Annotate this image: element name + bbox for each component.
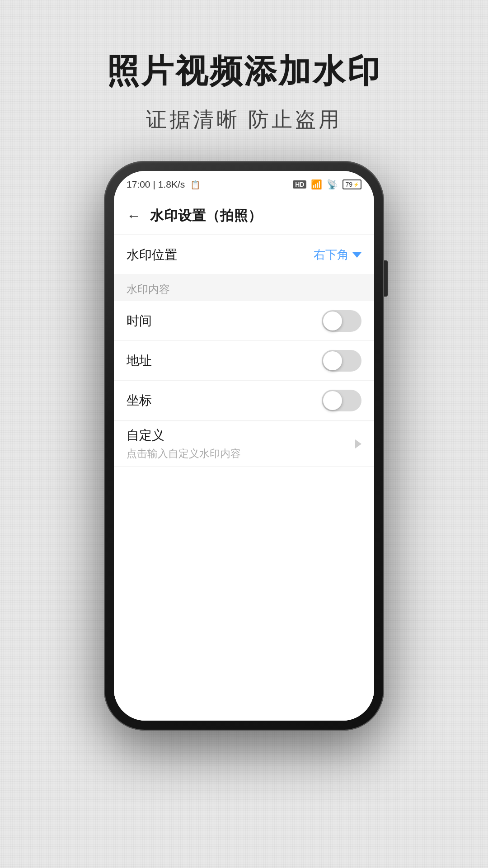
hero-subtitle: 证据清晰 防止盗用: [146, 106, 343, 134]
coordinates-label: 坐标: [127, 392, 322, 409]
address-toggle[interactable]: [322, 350, 361, 372]
watermark-position-row[interactable]: 水印位置 右下角: [114, 235, 374, 275]
chevron-down-icon: [352, 252, 361, 258]
custom-title: 自定义: [127, 427, 361, 444]
time-toggle[interactable]: [322, 310, 361, 332]
nav-bar: ← 水印设置（拍照）: [114, 198, 374, 234]
phone-screen: 17:00 | 1.8K/s 📋 HD 📶 📡 79 ⚡ ← 水印设置（拍照）: [114, 171, 374, 721]
position-label: 水印位置: [127, 246, 314, 264]
section-header-watermark-content: 水印内容: [114, 275, 374, 301]
hero-title: 照片视频添加水印: [107, 50, 381, 93]
wifi-icon: 📡: [327, 179, 338, 190]
status-time: 17:00 | 1.8K/s 📋: [127, 179, 200, 190]
address-toggle-row[interactable]: 地址: [114, 341, 374, 381]
coordinates-toggle[interactable]: [322, 390, 361, 411]
time-toggle-row[interactable]: 时间: [114, 301, 374, 341]
empty-space: [114, 467, 374, 721]
back-button[interactable]: ←: [127, 208, 141, 224]
time-label: 时间: [127, 312, 322, 330]
status-icons: HD 📶 📡 79 ⚡: [293, 179, 361, 190]
address-label: 地址: [127, 352, 322, 369]
battery-icon: 79 ⚡: [343, 179, 361, 189]
position-value: 右下角: [314, 247, 349, 263]
custom-watermark-row[interactable]: 自定义 点击输入自定义水印内容: [114, 421, 374, 467]
hd-badge: HD: [293, 180, 306, 189]
phone-mockup: 17:00 | 1.8K/s 📋 HD 📶 📡 79 ⚡ ← 水印设置（拍照）: [104, 161, 384, 731]
coordinates-toggle-row[interactable]: 坐标: [114, 381, 374, 420]
page-title: 水印设置（拍照）: [150, 207, 262, 225]
status-bar: 17:00 | 1.8K/s 📋 HD 📶 📡 79 ⚡: [114, 171, 374, 198]
chevron-right-icon: [355, 439, 361, 448]
custom-subtitle: 点击输入自定义水印内容: [127, 447, 361, 461]
signal-icon: 📶: [311, 179, 322, 190]
settings-content: 水印位置 右下角 水印内容 时间 地址 坐标: [114, 234, 374, 721]
